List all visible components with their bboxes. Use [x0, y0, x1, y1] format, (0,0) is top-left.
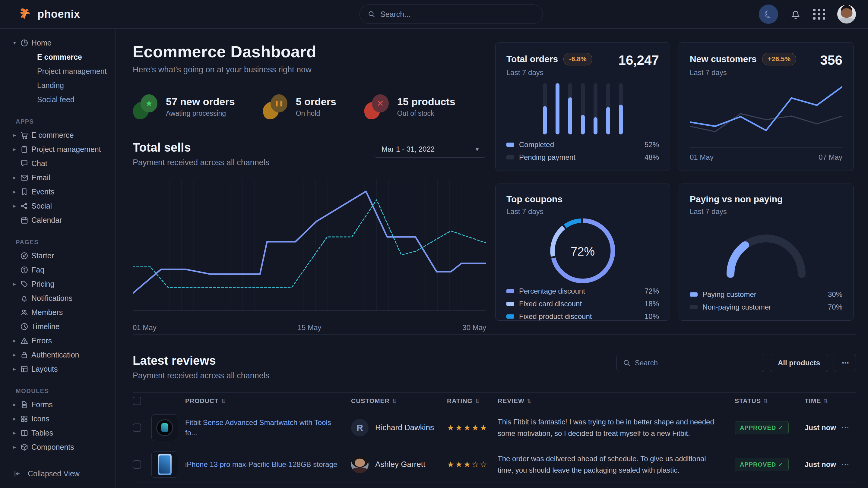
sidebar-item-chat[interactable]: Chat — [0, 157, 115, 171]
sidebar-item-faq[interactable]: Faq — [0, 263, 115, 277]
reviews-table: PRODUCT⇅CUSTOMER⇅RATING⇅REVIEW⇅STATUS⇅TI… — [133, 392, 856, 488]
row-more-button[interactable]: ⋯ — [841, 423, 856, 432]
caret-icon: ▾ — [13, 40, 20, 46]
status-badge: APPROVED ✓ — [735, 458, 789, 471]
chevron-down-icon: ▾ — [476, 145, 478, 153]
select-all-checkbox[interactable] — [133, 397, 141, 405]
brand-name: phoenix — [37, 8, 80, 21]
chat-icon — [20, 159, 31, 168]
sidebar-item-layouts[interactable]: ▸Layouts — [0, 362, 115, 376]
column-header-product[interactable]: PRODUCT⇅ — [151, 397, 351, 404]
review-time: Just now — [805, 423, 841, 432]
sidebar-item-starter[interactable]: Starter — [0, 249, 115, 263]
sidebar-item-icons[interactable]: ▸Icons — [0, 412, 115, 426]
notifications-bell-icon[interactable] — [789, 7, 802, 21]
cross-blob-icon: ✕ — [364, 94, 390, 119]
cart-icon — [20, 131, 31, 139]
legend-item-percentage-discount: Percentage discount72% — [506, 287, 659, 295]
top-navbar: phoenix ☾ — [0, 0, 868, 29]
bookmark-icon — [20, 188, 31, 196]
sidebar-item-tables[interactable]: ▸Tables — [0, 426, 115, 440]
latest-reviews-section: Latest reviews Payment received across a… — [133, 334, 856, 488]
sidebar-item-email[interactable]: ▸Email — [0, 171, 115, 185]
caret-icon: ▸ — [13, 203, 20, 209]
search-icon — [368, 10, 375, 18]
legend-item-paying-customer: Paying customer30% — [690, 290, 842, 299]
reviews-search-input[interactable] — [635, 359, 758, 367]
coupons-donut-chart: 72% — [548, 216, 618, 287]
column-header-review[interactable]: REVIEW⇅ — [498, 397, 735, 404]
sidebar-section-apps: APPS — [16, 118, 115, 125]
global-search[interactable] — [360, 4, 543, 24]
sidebar-item-timeline[interactable]: Timeline — [0, 320, 115, 334]
caret-icon: ▸ — [13, 189, 20, 195]
search-input[interactable] — [380, 10, 535, 19]
page-title: Ecommerce Dashboard — [133, 42, 486, 61]
all-products-filter-button[interactable]: All products — [770, 354, 828, 372]
brand-logo[interactable]: phoenix — [12, 7, 80, 22]
column-header-status[interactable]: STATUS⇅ — [735, 397, 805, 404]
sidebar-item-components[interactable]: ▸Components — [0, 440, 115, 454]
customer-name: Ashley Garrett — [375, 460, 425, 469]
sidebar-item-notifications[interactable]: Notifications — [0, 291, 115, 305]
collapse-sidebar-button[interactable]: Collapsed View — [0, 459, 115, 488]
date-range-dropdown[interactable]: Mar 1 - 31, 2022 ▾ — [374, 141, 486, 158]
sidebar-item-social[interactable]: ▸Social — [0, 199, 115, 213]
column-header-customer[interactable]: CUSTOMER⇅ — [351, 397, 447, 404]
main-content: Ecommerce Dashboard Here's what's going … — [116, 29, 868, 488]
x-axis-label: 07 May — [818, 153, 842, 162]
reviews-search[interactable] — [617, 354, 764, 372]
column-header-time[interactable]: TIME⇅ — [805, 397, 841, 404]
coupons-legend: Percentage discount72%Fixed card discoun… — [506, 287, 659, 321]
product-link[interactable]: iPhone 13 pro max-Pacific Blue-128GB sto… — [185, 459, 337, 469]
sidebar-item-home[interactable]: ▾Home — [0, 36, 115, 50]
column-header-rating[interactable]: RATING⇅ — [447, 397, 498, 404]
row-checkbox[interactable] — [133, 423, 141, 432]
caret-icon: ▸ — [13, 174, 20, 181]
new-customers-value: 356 — [820, 53, 842, 68]
customer-name: Richard Dawkins — [375, 423, 434, 432]
sidebar-nav: ▾HomeE commerceProject managementLanding… — [0, 36, 115, 459]
layout-icon — [20, 365, 31, 373]
sidebar-item-members[interactable]: Members — [0, 305, 115, 320]
sidebar-item-calendar[interactable]: Calendar — [0, 213, 115, 227]
clock-icon — [20, 322, 31, 331]
collapse-icon — [13, 469, 22, 478]
new-customers-line-chart — [690, 77, 842, 150]
sort-icon: ⇅ — [824, 398, 828, 404]
x-axis-label: 15 May — [298, 323, 321, 332]
more-options-button[interactable]: ⋯ — [834, 354, 856, 372]
sidebar-item-e-commerce[interactable]: E commerce — [0, 50, 115, 64]
sort-icon: ⇅ — [527, 398, 532, 404]
product-link[interactable]: Fitbit Sense Advanced Smartwatch with To… — [185, 418, 342, 438]
sidebar-item-errors[interactable]: ▸Errors — [0, 334, 115, 348]
theme-toggle-button[interactable]: ☾ — [759, 4, 778, 24]
table-icon — [20, 429, 31, 437]
legend-item-pending-payment: Pending payment48% — [506, 153, 659, 162]
sidebar-item-forms[interactable]: ▸Forms — [0, 398, 115, 412]
row-checkbox[interactable] — [133, 460, 141, 469]
top-coupons-card: Top coupons Last 7 days 72% Percentage d… — [495, 184, 670, 321]
sort-icon: ⇅ — [221, 398, 226, 404]
sidebar-item-e-commerce[interactable]: ▸E commerce — [0, 128, 115, 142]
users-icon — [20, 308, 31, 317]
apps-grid-icon[interactable] — [813, 9, 826, 20]
user-avatar[interactable] — [837, 5, 856, 24]
sidebar-item-authentication[interactable]: ▸Authentication — [0, 348, 115, 362]
sidebar-item-project-management[interactable]: Project management — [0, 64, 115, 78]
stat-awating-processing: ★57 new ordersAwating processing — [133, 94, 235, 119]
reviews-table-body: Fitbit Sense Advanced Smartwatch with To… — [133, 409, 856, 488]
share-icon — [20, 202, 31, 210]
sidebar-item-landing[interactable]: Landing — [0, 78, 115, 93]
trend-badge: -6.8% — [563, 53, 592, 65]
table-row: iPhone 13 pro max-Pacific Blue-128GB sto… — [133, 446, 856, 483]
sidebar-item-social-feed[interactable]: Social feed — [0, 93, 115, 107]
rating-stars: ★★★☆☆ — [447, 460, 498, 469]
sidebar-item-project-management[interactable]: ▸Project management — [0, 142, 115, 157]
sidebar-item-events[interactable]: ▸Events — [0, 185, 115, 199]
sidebar-item-pricing[interactable]: ▸Pricing — [0, 277, 115, 291]
tag-icon — [20, 280, 31, 289]
total-sells-chart — [133, 179, 486, 319]
clipboard-icon — [20, 145, 31, 154]
row-more-button[interactable]: ⋯ — [841, 460, 856, 469]
